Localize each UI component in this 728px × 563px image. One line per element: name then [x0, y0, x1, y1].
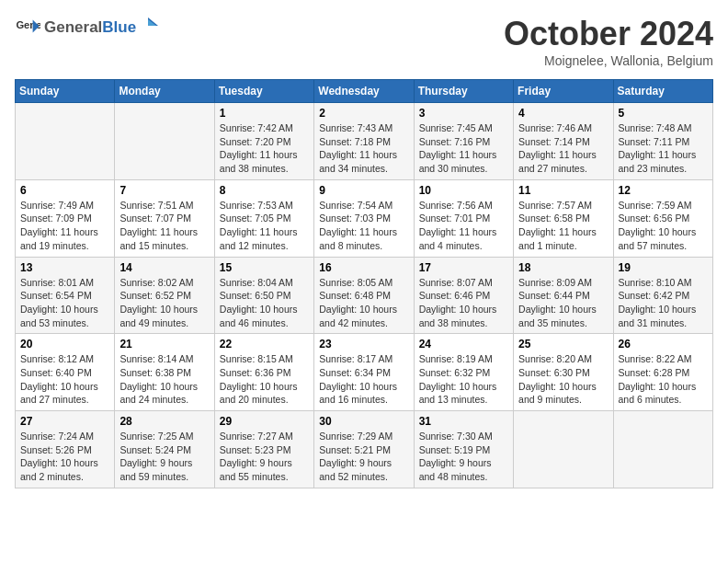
day-number: 20: [20, 338, 109, 350]
logo-blue: Blue: [102, 19, 136, 37]
day-number: 25: [518, 338, 608, 350]
day-info: Sunrise: 7:49 AMSunset: 7:09 PMDaylight:…: [20, 199, 109, 253]
weekday-header-monday: Monday: [115, 80, 214, 103]
calendar-cell: 2Sunrise: 7:43 AMSunset: 7:18 PMDaylight…: [314, 103, 414, 180]
page-header: General GeneralBlue October 2024 Moignel…: [15, 15, 713, 68]
day-number: 17: [419, 261, 508, 274]
weekday-header-saturday: Saturday: [613, 80, 712, 103]
weekday-header-sunday: Sunday: [16, 80, 115, 103]
day-number: 30: [319, 415, 408, 428]
calendar-cell: 12Sunrise: 7:59 AMSunset: 6:56 PMDayligh…: [613, 179, 712, 257]
week-row-4: 20Sunrise: 8:12 AMSunset: 6:40 PMDayligh…: [16, 334, 713, 411]
day-number: 4: [518, 107, 608, 120]
calendar-cell: 6Sunrise: 7:49 AMSunset: 7:09 PMDaylight…: [16, 179, 115, 257]
day-info: Sunrise: 8:15 AMSunset: 6:36 PMDaylight:…: [220, 352, 309, 407]
day-number: 27: [20, 415, 109, 428]
calendar-cell: 11Sunrise: 7:57 AMSunset: 6:58 PMDayligh…: [514, 179, 613, 257]
day-info: Sunrise: 8:12 AMSunset: 6:40 PMDaylight:…: [20, 352, 109, 407]
day-number: 8: [220, 184, 309, 197]
calendar-cell: 31Sunrise: 7:30 AMSunset: 5:19 PMDayligh…: [414, 411, 513, 488]
calendar-cell: 3Sunrise: 7:45 AMSunset: 7:16 PMDaylight…: [414, 103, 513, 180]
day-number: 3: [419, 107, 508, 120]
day-info: Sunrise: 7:48 AMSunset: 7:11 PMDaylight:…: [619, 121, 708, 176]
calendar-cell: 29Sunrise: 7:27 AMSunset: 5:23 PMDayligh…: [214, 411, 313, 488]
day-number: 7: [119, 184, 209, 197]
calendar-cell: 20Sunrise: 8:12 AMSunset: 6:40 PMDayligh…: [16, 334, 115, 411]
calendar-cell: 22Sunrise: 8:15 AMSunset: 6:36 PMDayligh…: [214, 334, 313, 411]
week-row-5: 27Sunrise: 7:24 AMSunset: 5:26 PMDayligh…: [16, 411, 713, 488]
day-info: Sunrise: 7:57 AMSunset: 6:58 PMDaylight:…: [518, 199, 608, 253]
calendar-cell: 28Sunrise: 7:25 AMSunset: 5:24 PMDayligh…: [115, 411, 214, 488]
day-number: 11: [518, 184, 608, 197]
calendar-cell: 5Sunrise: 7:48 AMSunset: 7:11 PMDaylight…: [613, 103, 712, 180]
calendar-cell: [16, 103, 115, 180]
day-number: 13: [20, 261, 109, 274]
calendar-cell: 10Sunrise: 7:56 AMSunset: 7:01 PMDayligh…: [414, 179, 513, 257]
weekday-header-wednesday: Wednesday: [314, 80, 414, 103]
calendar-cell: 1Sunrise: 7:42 AMSunset: 7:20 PMDaylight…: [214, 103, 313, 180]
day-number: 26: [619, 338, 708, 350]
day-number: 19: [619, 261, 708, 274]
calendar-cell: [613, 411, 712, 488]
day-info: Sunrise: 7:54 AMSunset: 7:03 PMDaylight:…: [319, 199, 408, 253]
calendar-cell: 15Sunrise: 8:04 AMSunset: 6:50 PMDayligh…: [214, 257, 313, 334]
day-number: 10: [419, 184, 508, 197]
day-number: 14: [119, 261, 209, 274]
day-info: Sunrise: 7:45 AMSunset: 7:16 PMDaylight:…: [419, 121, 508, 176]
day-info: Sunrise: 7:24 AMSunset: 5:26 PMDaylight:…: [20, 430, 109, 484]
calendar-cell: 24Sunrise: 8:19 AMSunset: 6:32 PMDayligh…: [414, 334, 513, 411]
day-number: 16: [319, 261, 408, 274]
day-info: Sunrise: 7:27 AMSunset: 5:23 PMDaylight:…: [220, 430, 309, 484]
weekday-header-tuesday: Tuesday: [214, 80, 313, 103]
calendar-cell: 23Sunrise: 8:17 AMSunset: 6:34 PMDayligh…: [314, 334, 414, 411]
day-info: Sunrise: 8:01 AMSunset: 6:54 PMDaylight:…: [20, 276, 109, 330]
calendar-cell: 16Sunrise: 8:05 AMSunset: 6:48 PMDayligh…: [314, 257, 414, 334]
logo-general: General: [44, 19, 102, 37]
calendar-cell: [115, 103, 214, 180]
day-info: Sunrise: 8:02 AMSunset: 6:52 PMDaylight:…: [119, 276, 209, 330]
month-title: October 2024: [504, 15, 713, 53]
day-info: Sunrise: 7:56 AMSunset: 7:01 PMDaylight:…: [419, 199, 508, 253]
calendar-cell: 21Sunrise: 8:14 AMSunset: 6:38 PMDayligh…: [115, 334, 214, 411]
logo: General GeneralBlue: [15, 15, 158, 40]
calendar-cell: 27Sunrise: 7:24 AMSunset: 5:26 PMDayligh…: [16, 411, 115, 488]
day-number: 9: [319, 184, 408, 197]
day-number: 6: [20, 184, 109, 197]
weekday-header-friday: Friday: [514, 80, 613, 103]
day-info: Sunrise: 7:53 AMSunset: 7:05 PMDaylight:…: [220, 199, 309, 253]
title-block: October 2024 Moignelee, Wallonia, Belgiu…: [504, 15, 713, 68]
calendar-cell: 14Sunrise: 8:02 AMSunset: 6:52 PMDayligh…: [115, 257, 214, 334]
day-number: 31: [419, 415, 508, 428]
calendar-cell: 25Sunrise: 8:20 AMSunset: 6:30 PMDayligh…: [514, 334, 613, 411]
day-number: 18: [518, 261, 608, 274]
day-number: 12: [619, 184, 708, 197]
week-row-2: 6Sunrise: 7:49 AMSunset: 7:09 PMDaylight…: [16, 179, 713, 257]
day-number: 1: [220, 107, 309, 120]
calendar-table: SundayMondayTuesdayWednesdayThursdayFrid…: [15, 79, 713, 488]
calendar-cell: [514, 411, 613, 488]
calendar-cell: 17Sunrise: 8:07 AMSunset: 6:46 PMDayligh…: [414, 257, 513, 334]
calendar-cell: 13Sunrise: 8:01 AMSunset: 6:54 PMDayligh…: [16, 257, 115, 334]
week-row-1: 1Sunrise: 7:42 AMSunset: 7:20 PMDaylight…: [16, 103, 713, 180]
location: Moignelee, Wallonia, Belgium: [504, 53, 713, 68]
day-info: Sunrise: 7:30 AMSunset: 5:19 PMDaylight:…: [419, 430, 508, 484]
day-number: 28: [119, 415, 209, 428]
day-info: Sunrise: 7:42 AMSunset: 7:20 PMDaylight:…: [220, 121, 309, 176]
day-info: Sunrise: 7:46 AMSunset: 7:14 PMDaylight:…: [518, 121, 608, 176]
day-info: Sunrise: 8:09 AMSunset: 6:44 PMDaylight:…: [518, 276, 608, 330]
day-info: Sunrise: 8:10 AMSunset: 6:42 PMDaylight:…: [619, 276, 708, 330]
day-number: 5: [619, 107, 708, 120]
day-info: Sunrise: 8:07 AMSunset: 6:46 PMDaylight:…: [419, 276, 508, 330]
day-number: 22: [220, 338, 309, 350]
logo-bird-icon: [138, 16, 158, 36]
day-info: Sunrise: 8:17 AMSunset: 6:34 PMDaylight:…: [319, 352, 408, 407]
day-info: Sunrise: 8:20 AMSunset: 6:30 PMDaylight:…: [518, 352, 608, 407]
day-info: Sunrise: 8:05 AMSunset: 6:48 PMDaylight:…: [319, 276, 408, 330]
day-info: Sunrise: 7:59 AMSunset: 6:56 PMDaylight:…: [619, 199, 708, 253]
calendar-cell: 26Sunrise: 8:22 AMSunset: 6:28 PMDayligh…: [613, 334, 712, 411]
day-number: 24: [419, 338, 508, 350]
logo-icon: General: [15, 15, 40, 40]
calendar-cell: 18Sunrise: 8:09 AMSunset: 6:44 PMDayligh…: [514, 257, 613, 334]
calendar-cell: 9Sunrise: 7:54 AMSunset: 7:03 PMDaylight…: [314, 179, 414, 257]
day-number: 29: [220, 415, 309, 428]
